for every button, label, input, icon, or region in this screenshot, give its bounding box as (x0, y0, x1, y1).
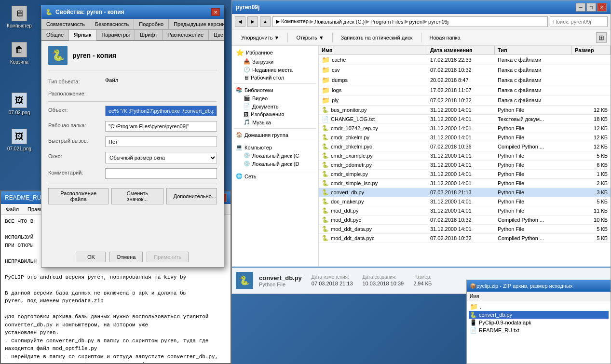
png2-label: 07.021.png (7, 146, 31, 151)
file-row-13[interactable]: 🐍 cmdr_simple_iso.py 31.12.2000 14:01 Py… (319, 179, 611, 188)
fm-search-input[interactable] (550, 16, 608, 27)
file-row-12[interactable]: 🐍 cmdr_simple.py 31.12.2000 14:01 Python… (319, 170, 611, 179)
tree-item-desktop[interactable]: 🖥 Рабочий стол (242, 74, 316, 81)
col-date[interactable]: Дата изменения (427, 46, 495, 54)
hotkey-input[interactable] (105, 136, 217, 147)
tree-item-docs[interactable]: 📄 Документы (242, 102, 316, 110)
window-select[interactable]: Обычный размер окна (105, 152, 217, 163)
tree-item-libraries[interactable]: 📚 Библиотеки (234, 86, 316, 94)
path-pyren09j: pyren09j (428, 19, 448, 25)
file-row-3[interactable]: 📁 logs 17.02.2018 11:07 Папка с файлами (319, 85, 611, 95)
file-row-5[interactable]: 🐍 bus_monitor.py 31.12.2000 14:01 Python… (319, 106, 611, 115)
file-cell-type-14: Python File (495, 188, 572, 197)
file-row-6[interactable]: 📄 CHANGE_LOG.txt 31.12.2000 14:01 Тексто… (319, 115, 611, 124)
zip-row-2[interactable]: 📱 PyClip-0.9-nodata.apk (469, 319, 609, 326)
tab-security[interactable]: Безопасность (90, 19, 134, 29)
col-type[interactable]: Тип (495, 46, 572, 54)
desktop-icon-png2[interactable]: 🖼 07.021.png (4, 127, 35, 153)
tree-item-recent[interactable]: 🕐 Недавние места (242, 66, 316, 74)
tab-details[interactable]: Подробно (134, 19, 169, 29)
fm-title-text: pyren09j (236, 4, 259, 11)
tree-item-drive-d[interactable]: 💿 Локальный диск (D (242, 160, 316, 168)
readme-line: - Перейдите в папку со скриптом и оттуда… (5, 353, 227, 364)
file-row-7[interactable]: 🐍 cmdr_10742_rep.py 31.12.2000 14:01 Pyt… (319, 124, 611, 133)
zip-row-1[interactable]: 🐍 convert_db.py (469, 311, 609, 319)
file-row-11[interactable]: 🐍 cmdr_odometr.py 31.12.2000 14:01 Pytho… (319, 161, 611, 170)
fm-new-folder-button[interactable]: Новая папка (424, 31, 466, 44)
cancel-button[interactable]: Отмена (109, 252, 143, 262)
dialog-content: 🐍 pyren - копия Тип объекта: Файл Распол… (41, 41, 224, 249)
file-row-9[interactable]: 🐍 cmdr_chkelm.pyc 07.02.2018 10:36 Compi… (319, 142, 611, 151)
tree-item-images[interactable]: 🖼 Изображения (242, 110, 316, 118)
file-row-18[interactable]: 🐍 mod_ddt_data.py 31.12.2000 14:01 Pytho… (319, 225, 611, 234)
file-row-4[interactable]: 📁 ply 07.02.2018 10:32 Папка с файлами (319, 95, 611, 106)
file-row-8[interactable]: 🐍 cmdr_chkelm.py 31.12.2000 14:01 Python… (319, 133, 611, 142)
hotkey-label: Быстрый вызов: (48, 136, 101, 144)
tree-item-downloads[interactable]: 📥 Загрузки (242, 57, 316, 66)
col-name[interactable]: Имя (319, 46, 427, 54)
tree-item-video[interactable]: 🎬 Видео (242, 94, 316, 102)
file-row-15[interactable]: 🐍 doc_maker.py 31.12.2000 14:01 Python F… (319, 197, 611, 206)
fm-path-bar[interactable]: ▶ Компьютер ▶ Локальный диск (C:) ▶ Prog… (272, 16, 548, 27)
tab-colors[interactable]: Цвета (209, 29, 224, 40)
file-cell-type-9: Compiled Python ... (495, 142, 572, 151)
readme-line: PyCLIP это android версия pyren, портиро… (5, 273, 227, 282)
file-row-14[interactable]: 🐍 convert_db.py 07.03.2018 21:13 Python … (319, 188, 611, 197)
apply-button[interactable]: Применить (147, 252, 189, 262)
desktop-icon-trash[interactable]: 🗑 Корзина (4, 40, 35, 67)
fm-burn-button[interactable]: Записать на оптический диск (336, 31, 418, 44)
tab-compatibility[interactable]: Совместимость (41, 19, 90, 29)
file-cell-name-10: 🐍 cmdr_example.py (319, 151, 427, 160)
file-row-19[interactable]: 🐍 mod_ddt_data.pyc 07.02.2018 10:32 Comp… (319, 234, 611, 243)
fm-view-button[interactable]: ⊞ (596, 32, 607, 43)
file-cell-size-7: 12 КБ (572, 124, 611, 133)
fm-back-button[interactable]: ◀ (235, 16, 245, 27)
desktop-icon-png1[interactable]: 🖼 07.02.png (4, 91, 35, 117)
tree-item-drive-c[interactable]: 💿 Локальный диск (C (242, 151, 316, 160)
tree-item-my-computer[interactable]: 💻 Компьютер (234, 143, 316, 151)
file-row-2[interactable]: 📁 dumps 20.02.2018 8:47 Папка с файлами (319, 75, 611, 85)
dialog-close-button[interactable]: ✕ (211, 8, 220, 16)
tab-font[interactable]: Шрифт (135, 29, 163, 40)
file-row-16[interactable]: 🐍 mod_ddt.py 31.12.2000 14:01 Python Fil… (319, 206, 611, 216)
location-file-button[interactable]: Расположение файла (48, 188, 109, 204)
fm-close-button[interactable]: ✕ (597, 3, 607, 12)
workdir-input[interactable] (105, 121, 217, 132)
file-row-1[interactable]: 📁 csv 07.02.2018 10:32 Папка с файлами (319, 65, 611, 75)
change-icon-button[interactable]: Сменить значок... (111, 188, 163, 204)
tree-item-network[interactable]: 🌐 Сеть (234, 172, 316, 180)
zip-row-0[interactable]: 📁 .. (469, 302, 609, 311)
file-row-0[interactable]: 📁 cache 17.02.2018 22:33 Папка с файлами (319, 55, 611, 65)
readme-menu-file[interactable]: Файл (4, 206, 21, 213)
tree-item-homegroup[interactable]: 🏠 Домашняя группа (234, 131, 316, 139)
col-size[interactable]: Размер (572, 46, 611, 54)
file-cell-name-14: 🐍 convert_db.py (319, 188, 427, 197)
tab-location[interactable]: Расположение (163, 29, 209, 40)
fm-up-button[interactable]: ▲ (260, 16, 271, 27)
file-cell-name-0: 📁 cache (319, 55, 427, 65)
tree-item-music[interactable]: 🎵 Музыка (242, 118, 316, 126)
fm-open-button[interactable]: Открыть ▼ (291, 31, 329, 44)
fm-title-bar: pyren09j ─ □ ✕ (232, 0, 611, 14)
tab-prev-versions[interactable]: Предыдущие версии (169, 19, 224, 29)
ok-button[interactable]: OK (77, 252, 106, 262)
form-row-location: Расположение: (48, 89, 217, 96)
zip-header: Имя (467, 292, 611, 301)
computer-tree-icon: 💻 (236, 144, 243, 150)
object-input[interactable] (105, 106, 217, 116)
tab-general[interactable]: Общие (41, 29, 69, 40)
tab-shortcut[interactable]: Ярлык (69, 29, 96, 40)
comment-input[interactable] (105, 168, 217, 179)
file-row-10[interactable]: 🐍 cmdr_example.py 31.12.2000 14:01 Pytho… (319, 151, 611, 161)
fm-organize-button[interactable]: Упорядочить ▼ (236, 31, 285, 44)
tree-item-favorites[interactable]: ⭐ Избранное (234, 48, 316, 57)
zip-row-3[interactable]: 📄 README_RU.txt (469, 326, 609, 334)
type-label: Тип объекта: (48, 77, 101, 84)
fm-minimize-button[interactable]: ─ (576, 3, 585, 12)
fm-forward-button[interactable]: ▶ (247, 16, 258, 27)
tab-params[interactable]: Параметры (96, 29, 135, 40)
desktop-icon-computer[interactable]: 🖥 Компьютер (4, 4, 35, 30)
file-row-17[interactable]: 🐍 mod_ddt.pyc 07.02.2018 10:32 Compiled … (319, 216, 611, 225)
fm-maximize-button[interactable]: □ (586, 3, 596, 12)
advanced-button[interactable]: Дополнительно... (166, 188, 217, 204)
